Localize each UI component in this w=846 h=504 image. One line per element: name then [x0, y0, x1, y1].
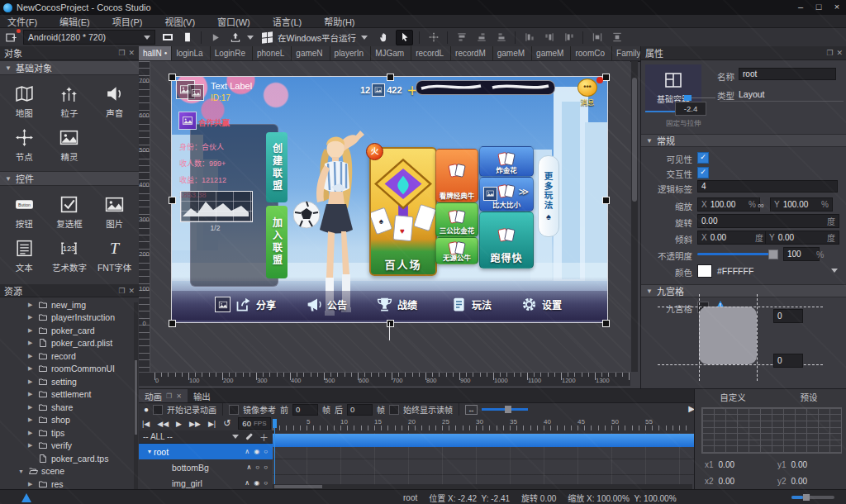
expand-arrow-icon[interactable]: ▶	[28, 327, 35, 334]
edit-animation-icon[interactable]	[245, 433, 252, 440]
prev-frame-button[interactable]: ◀◀	[157, 420, 169, 428]
section-general[interactable]: ▼ 常规	[641, 134, 846, 147]
resource-tree-item[interactable]: ▶ roomCommonUI	[0, 363, 139, 376]
object-palette-item[interactable]: 精灵	[47, 122, 93, 166]
animation-node-row[interactable]: ▼ root ∧ ◉ ○	[139, 444, 273, 459]
document-tab[interactable]: playerIn	[330, 46, 372, 60]
resource-tree-item[interactable]: ▶ playerInstruction	[0, 311, 139, 325]
scene-canvas[interactable]: Text Label ID:17 12 422 ＋ ••• 消息	[139, 61, 630, 372]
color-swatch[interactable]	[697, 264, 712, 278]
document-tab[interactable]: FamilyS	[612, 46, 640, 60]
skew-x-input[interactable]: X0.00度	[697, 231, 768, 245]
after-frames-input[interactable]: 0	[347, 404, 373, 416]
game-card[interactable]: 跑得快	[479, 212, 534, 269]
game-card[interactable]: 比大比小	[479, 177, 534, 212]
maximize-button[interactable]: □	[810, 1, 828, 14]
expand-arrow-icon[interactable]: ▶	[28, 404, 35, 411]
game-card-hundred-arena[interactable]: ♥ ♠ 火 百人场	[369, 147, 437, 276]
selection-handle[interactable]	[169, 197, 176, 204]
panel-close-button[interactable]: ✕	[128, 287, 135, 295]
expand-arrow-icon[interactable]: ▼	[145, 449, 154, 454]
visibility-eye-icon[interactable]: ◉	[254, 448, 259, 455]
visibility-eye-icon[interactable]: ◉	[254, 479, 259, 487]
document-tab[interactable]: gameM	[532, 46, 571, 60]
control-palette-item[interactable]: 按钮	[2, 189, 47, 233]
frame-spacing-icon[interactable]: ↔	[465, 405, 478, 415]
collapse-icon[interactable]: ∧	[246, 464, 251, 471]
game-card[interactable]: 看牌经典牛	[435, 149, 478, 202]
control-palette-item[interactable]: FNT字体	[92, 233, 137, 277]
scale-y-input[interactable]: Y100.00%	[770, 197, 833, 212]
resource-tree-item[interactable]: ▶ tips	[0, 426, 139, 440]
selection-handle[interactable]	[387, 320, 394, 327]
expand-arrow-icon[interactable]: ▶	[28, 442, 35, 449]
align-bottom-button[interactable]	[493, 31, 509, 45]
opacity-slider-handle[interactable]	[768, 250, 778, 259]
scale-x-input[interactable]: X100.00%	[697, 197, 760, 212]
tab-output[interactable]: 输出	[188, 389, 216, 402]
game-card[interactable]: 无源公牛	[435, 237, 478, 264]
portrait-view-button[interactable]	[179, 31, 195, 45]
animation-node-row[interactable]: bottomBg ∧ ○ ○	[139, 459, 273, 475]
align-middle-button[interactable]	[473, 31, 489, 45]
panel-float-button[interactable]: ❐	[118, 49, 125, 57]
resource-tree-item[interactable]: ▶ settlement	[0, 388, 139, 402]
ninegrid-preview[interactable]	[699, 307, 757, 364]
expand-arrow-icon[interactable]: ▶	[28, 302, 35, 308]
minimize-button[interactable]: –	[791, 1, 810, 14]
document-tab[interactable]: recordL	[411, 46, 451, 60]
root-timeline-bar[interactable]	[273, 434, 694, 447]
align-top-button[interactable]	[454, 31, 469, 45]
play-button[interactable]: ▶	[176, 420, 182, 428]
visibility-eye-icon[interactable]: ○	[255, 464, 259, 471]
zoom-slider[interactable]	[791, 496, 834, 499]
canvas-vscrollbar[interactable]	[631, 61, 638, 372]
publish-dropdown-icon[interactable]	[247, 36, 254, 40]
menu-item[interactable]: 窗口(W)	[217, 15, 250, 28]
warning-icon[interactable]	[21, 493, 31, 502]
rotation-input[interactable]: 0.00度	[697, 214, 839, 228]
expand-arrow-icon[interactable]: ▶	[28, 481, 35, 487]
x1-value[interactable]: 0.00	[719, 460, 734, 469]
panel-float-button[interactable]: ❐	[166, 392, 172, 400]
game-root-layout[interactable]: Text Label ID:17 12 422 ＋ ••• 消息	[172, 77, 607, 322]
resource-tree-vscrollbar[interactable]	[134, 302, 138, 504]
document-tab[interactable]: hallN ●	[139, 46, 172, 60]
selection-handle[interactable]	[169, 74, 176, 81]
fps-box[interactable]: 60FPS	[238, 417, 270, 430]
align-center-button[interactable]	[541, 31, 557, 45]
create-alliance-button[interactable]: 创建联盟	[266, 132, 288, 202]
resource-tree-item[interactable]: ▶ poker_card.plist	[0, 337, 139, 350]
next-frame-button[interactable]: ▶▶	[189, 420, 201, 428]
document-tab[interactable]: MJGam	[371, 46, 411, 60]
ninegrid-top-input[interactable]: 0	[773, 309, 803, 323]
resource-tree-item[interactable]: ▶ verify	[0, 440, 139, 453]
visibility-checkbox[interactable]: ✓	[697, 152, 709, 164]
section-controls[interactable]: ▼ 控件	[0, 171, 139, 186]
add-animation-button[interactable]: ＋	[259, 430, 269, 444]
resource-tree-item[interactable]: ▼ scene	[0, 465, 139, 478]
menu-item[interactable]: 帮助(H)	[324, 15, 354, 28]
game-card[interactable]: 炸金花	[479, 146, 534, 177]
resource-tree-item[interactable]: ▶ poker_card	[0, 324, 139, 337]
expand-arrow-icon[interactable]: ▶	[28, 378, 35, 385]
mirror-reference-checkbox[interactable]	[229, 405, 239, 415]
menu-item[interactable]: 项目(P)	[112, 15, 143, 28]
object-palette-item[interactable]: 粒子	[47, 78, 93, 122]
document-tab[interactable]: roomCo	[571, 46, 612, 60]
anchor-handle[interactable]	[684, 95, 692, 101]
document-tab[interactable]: gameM	[493, 46, 532, 60]
panel-float-button[interactable]: ❐	[118, 287, 125, 295]
name-input[interactable]	[739, 68, 836, 80]
object-palette-item[interactable]: 节点	[2, 122, 47, 166]
panel-close-button[interactable]: ✕	[128, 49, 135, 57]
loop-button[interactable]: ↺	[223, 418, 231, 429]
selection-handle[interactable]	[169, 320, 176, 327]
ninegrid-bottom-input[interactable]: 0	[773, 354, 803, 368]
resource-tree-item[interactable]: ▶ setting	[0, 375, 139, 388]
before-frames-input[interactable]: 0	[292, 404, 318, 416]
document-tab[interactable]: recordM	[451, 46, 493, 60]
game-card[interactable]: 三公比金花	[435, 202, 478, 237]
expand-arrow-icon[interactable]: ▶	[28, 391, 35, 397]
record-icon[interactable]: ●	[144, 405, 149, 414]
